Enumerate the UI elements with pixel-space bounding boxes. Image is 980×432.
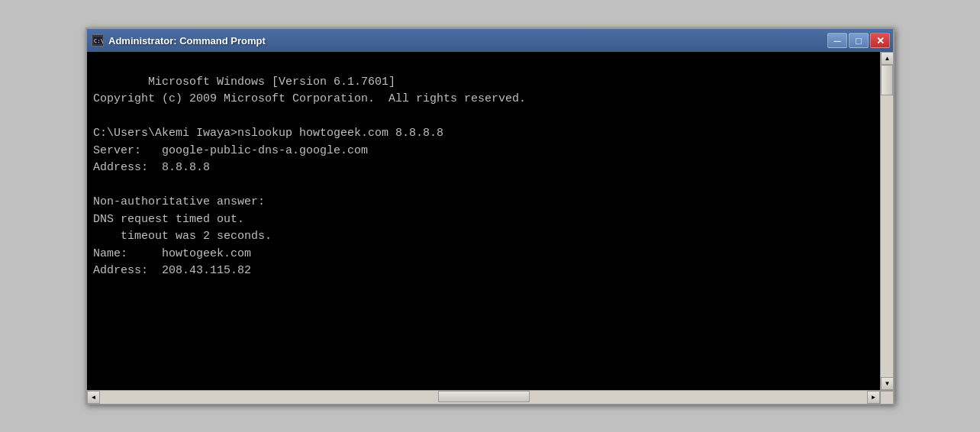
scroll-thumb-h[interactable] — [438, 391, 530, 402]
scroll-track-v[interactable] — [881, 65, 893, 377]
window-title: Administrator: Command Prompt — [108, 35, 266, 47]
scroll-up-button[interactable]: ▲ — [881, 52, 893, 65]
scroll-left-button[interactable]: ◄ — [87, 391, 100, 404]
close-button[interactable]: ✕ — [870, 33, 890, 48]
scroll-track-h[interactable] — [100, 391, 867, 404]
horizontal-scrollbar[interactable]: ◄ ► — [87, 390, 893, 403]
window-body: Microsoft Windows [Version 6.1.7601] Cop… — [87, 52, 893, 403]
terminal-area: Microsoft Windows [Version 6.1.7601] Cop… — [87, 52, 893, 390]
cmd-window: C:\ Administrator: Command Prompt ─ □ ✕ … — [85, 27, 895, 405]
svg-text:C:\: C:\ — [94, 38, 103, 44]
maximize-button[interactable]: □ — [849, 33, 869, 48]
scroll-right-button[interactable]: ► — [867, 391, 880, 404]
minimize-button[interactable]: ─ — [827, 33, 847, 48]
vertical-scrollbar[interactable]: ▲ ▼ — [880, 52, 893, 390]
title-bar-left: C:\ Administrator: Command Prompt — [92, 34, 266, 47]
cmd-icon: C:\ — [92, 34, 104, 47]
scroll-thumb-v[interactable] — [881, 65, 893, 95]
title-bar-buttons: ─ □ ✕ — [827, 33, 890, 48]
title-bar: C:\ Administrator: Command Prompt ─ □ ✕ — [87, 29, 893, 52]
terminal-line-1: Microsoft Windows [Version 6.1.7601] Cop… — [93, 76, 526, 278]
terminal-content[interactable]: Microsoft Windows [Version 6.1.7601] Cop… — [87, 52, 880, 390]
scroll-down-button[interactable]: ▼ — [881, 377, 893, 390]
scrollbar-corner — [880, 391, 893, 404]
cmd-icon-svg: C:\ — [92, 35, 103, 46]
